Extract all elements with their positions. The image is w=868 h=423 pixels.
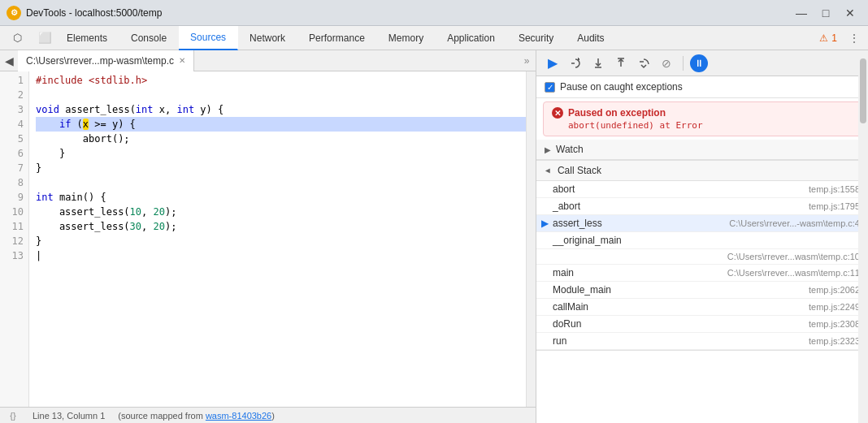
format-icon[interactable]: {} <box>7 409 20 422</box>
stack-fn-run: run <box>553 335 809 347</box>
code-line-2 <box>36 88 526 102</box>
tab-elements[interactable]: Elements <box>55 26 119 50</box>
code-editor: 1 2 3 4 5 6 7 8 9 10 11 12 13 #include <… <box>0 71 536 407</box>
watch-chevron-icon: ▶ <box>545 145 551 154</box>
file-tab-name: C:\Users\rrever...mp-wasm\temp.c <box>26 55 174 67</box>
tab-console[interactable]: Console <box>119 26 179 50</box>
stack-loc-abort: temp.js:1558 <box>809 184 860 194</box>
step-button[interactable] <box>634 54 653 73</box>
device-toggle-icon[interactable]: ⬜ <box>34 28 55 49</box>
right-panel: ▶ ⊘ ⏸ Pause on caught exceptions <box>536 50 868 423</box>
debug-toolbar: ▶ ⊘ ⏸ <box>536 50 868 76</box>
stack-item-main[interactable]: main C:\Users\rrever...wasm\temp.c:11 <box>536 265 868 282</box>
code-line-7: } <box>36 161 526 175</box>
stack-fn-dorun: doRun <box>553 318 809 330</box>
stack-fn-callmain: callMain <box>553 301 809 313</box>
stack-loc-module_main: temp.js:2062 <box>809 285 860 295</box>
pause-exceptions-row: Pause on caught exceptions <box>536 76 868 98</box>
tab-security[interactable]: Security <box>507 26 566 50</box>
pause-button[interactable]: ⏸ <box>690 54 708 72</box>
tab-sources[interactable]: Sources <box>179 26 238 50</box>
stack-item-callmain[interactable]: callMain temp.js:2249 <box>536 299 868 316</box>
stack-loc-_abort: temp.js:1795 <box>809 201 860 211</box>
status-bar: {} Line 13, Column 1 (source mapped from… <box>0 407 536 423</box>
right-scrollbar[interactable] <box>858 50 868 423</box>
title-text: DevTools - localhost:5000/temp <box>26 7 790 19</box>
tab-bar: ⬡ ⬜ Elements Console Sources Network Per… <box>0 26 868 50</box>
deactivate-button[interactable]: ⊘ <box>657 54 676 73</box>
step-over-button[interactable] <box>566 54 585 73</box>
stack-item-original_main[interactable]: __original_main <box>536 232 868 249</box>
code-line-10: assert_less(10, 20); <box>36 205 526 219</box>
stack-loc-assert_less: C:\Users\rrever...-wasm\temp.c:4 <box>729 218 860 228</box>
stack-fn-_abort: _abort <box>553 201 809 212</box>
callstack-chevron-icon: ▼ <box>544 166 553 175</box>
code-line-12: } <box>36 234 526 248</box>
stack-fn-assert_less: assert_less <box>553 218 729 229</box>
tab-application[interactable]: Application <box>436 26 507 50</box>
inspect-icon[interactable]: ⬡ <box>7 28 28 49</box>
stack-item-original_main-loc[interactable]: C:\Users\rrever...wasm\temp.c:10 <box>536 249 868 265</box>
tab-audits[interactable]: Audits <box>566 26 616 50</box>
stack-loc-original_main-c10: C:\Users\rrever...wasm\temp.c:10 <box>727 252 860 261</box>
error-icon: ✕ <box>552 107 563 119</box>
left-panel: ◀ C:\Users\rrever...mp-wasm\temp.c ✕ » 1… <box>0 50 536 423</box>
call-stack-header[interactable]: ▼ Call Stack <box>536 161 868 181</box>
cursor-position: Line 13, Column 1 <box>33 411 105 421</box>
tab-icon-group: ⬡ ⬜ <box>7 28 55 49</box>
resume-button[interactable]: ▶ <box>543 54 562 73</box>
stack-fn-module_main: Module_main <box>553 284 809 296</box>
tab-performance[interactable]: Performance <box>297 26 377 50</box>
source-map-link[interactable]: wasm-81403b26 <box>206 411 271 421</box>
maximize-button[interactable]: □ <box>814 5 837 21</box>
exception-panel: ✕ Paused on exception abort(undefined) a… <box>543 101 861 136</box>
code-line-3: void assert_less(int x, int y) { <box>36 102 526 117</box>
stack-item-_abort[interactable]: _abort temp.js:1795 <box>536 198 868 215</box>
stack-item-dorun[interactable]: doRun temp.js:2308 <box>536 316 868 333</box>
code-line-4: if (x >= y) { <box>36 117 526 132</box>
warning-count: 1 <box>831 32 837 44</box>
stack-item-module_main[interactable]: Module_main temp.js:2062 <box>536 282 868 299</box>
code-line-8 <box>36 175 526 190</box>
step-into-button[interactable] <box>588 54 608 73</box>
file-tab-back-icon[interactable]: ◀ <box>0 52 18 70</box>
stack-loc-main: C:\Users\rrever...wasm\temp.c:11 <box>727 268 860 278</box>
minimize-button[interactable]: — <box>790 5 813 21</box>
file-tabs: ◀ C:\Users\rrever...mp-wasm\temp.c ✕ » <box>0 50 536 71</box>
exception-title: Paused on exception <box>568 107 666 119</box>
code-line-6: } <box>36 146 526 161</box>
source-map-text: (source mapped from wasm-81403b26) <box>118 411 275 421</box>
step-out-button[interactable] <box>611 54 631 73</box>
toolbar-separator <box>683 56 684 71</box>
code-line-1: #include <stdlib.h> <box>36 73 526 88</box>
warning-badge: ⚠ 1 <box>813 32 844 44</box>
stack-item-run[interactable]: run temp.js:2323 <box>536 333 868 350</box>
exception-header: ✕ Paused on exception <box>552 107 853 119</box>
title-bar: ⚙ DevTools - localhost:5000/temp — □ ✕ <box>0 0 868 26</box>
code-line-13: | <box>36 248 526 263</box>
stack-loc-dorun: temp.js:2308 <box>809 319 860 329</box>
more-options-icon[interactable]: ⋮ <box>844 28 865 49</box>
call-stack-list: abort temp.js:1558 _abort temp.js:1795 ▶… <box>536 181 868 350</box>
stack-item-abort[interactable]: abort temp.js:1558 <box>536 181 868 198</box>
window-controls: — □ ✕ <box>790 5 861 21</box>
app-icon: ⚙ <box>7 6 21 20</box>
pause-exceptions-checkbox[interactable] <box>545 82 555 93</box>
file-tab-active[interactable]: C:\Users\rrever...mp-wasm\temp.c ✕ <box>18 50 194 71</box>
stack-item-assert_less[interactable]: ▶ assert_less C:\Users\rrever...-wasm\te… <box>536 215 868 232</box>
code-text[interactable]: #include <stdlib.h> void assert_less(int… <box>29 71 526 407</box>
main-area: ◀ C:\Users\rrever...mp-wasm\temp.c ✕ » 1… <box>0 50 868 423</box>
file-tab-close-icon[interactable]: ✕ <box>179 56 185 65</box>
watch-section-label: Watch <box>556 144 584 155</box>
call-stack-section: ▼ Call Stack abort temp.js:1558 _abort t… <box>536 161 868 351</box>
close-button[interactable]: ✕ <box>839 5 861 21</box>
stack-fn-main: main <box>553 267 727 278</box>
file-tab-more-icon[interactable]: » <box>518 52 536 70</box>
watch-section-header[interactable]: ▶ Watch <box>536 140 868 160</box>
code-line-5: abort(); <box>36 132 526 146</box>
call-stack-label: Call Stack <box>558 165 601 176</box>
code-scrollbar[interactable] <box>526 71 536 407</box>
tab-network[interactable]: Network <box>238 26 297 50</box>
tab-memory[interactable]: Memory <box>377 26 436 50</box>
exception-detail: abort(undefined) at Error <box>552 120 853 131</box>
